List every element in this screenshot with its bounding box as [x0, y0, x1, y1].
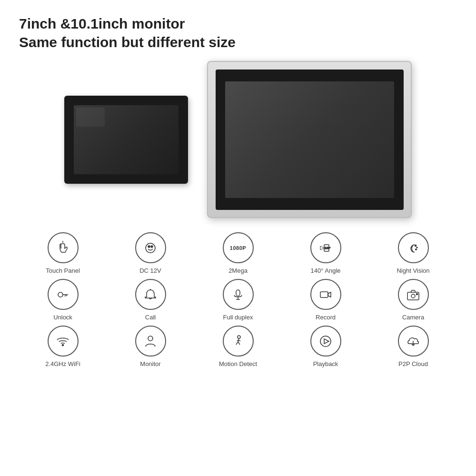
- feature-night-vision: Night Vision: [382, 232, 444, 274]
- feature-unlock: Unlock: [32, 279, 94, 321]
- svg-text:140°: 140°: [325, 247, 331, 249]
- svg-point-18: [411, 294, 415, 298]
- motion-detect-icon-circle: [223, 326, 254, 357]
- dc12v-icon-circle: [135, 232, 166, 263]
- person-icon: [142, 333, 159, 349]
- page: 7inch &10.1inch monitor Same function bu…: [0, 0, 476, 476]
- monitor-icon-circle: [135, 326, 166, 357]
- features-row-3: 2.4GHz WiFi Monitor: [19, 326, 457, 367]
- motion-icon: [230, 333, 246, 349]
- wifi-label: 2.4GHz WiFi: [45, 360, 80, 367]
- feature-dc12v: DC 12V: [119, 232, 181, 274]
- night-vision-icon-circle: [398, 232, 429, 263]
- p2p-cloud-icon-circle: [398, 326, 429, 357]
- camera-icon: [405, 287, 421, 303]
- 2mega-label: 2Mega: [228, 267, 248, 274]
- monitor-label: Monitor: [140, 360, 160, 367]
- monitor-small: [64, 96, 188, 184]
- mic-icon: [230, 287, 246, 303]
- svg-rect-16: [320, 292, 328, 298]
- camera-icon-circle: [398, 279, 429, 310]
- dc12v-label: DC 12V: [139, 267, 161, 274]
- power-icon: [142, 240, 159, 256]
- svg-point-20: [62, 344, 64, 346]
- feature-wifi: 2.4GHz WiFi: [32, 326, 94, 367]
- angle-icon: 140°: [317, 240, 334, 256]
- touch-icon: [55, 240, 71, 256]
- call-icon-circle: [135, 279, 166, 310]
- camera-label: Camera: [402, 314, 424, 321]
- p2p-cloud-label: P2P Cloud: [398, 360, 428, 367]
- svg-point-22: [238, 336, 240, 338]
- feature-record: Record: [295, 279, 357, 321]
- 2mega-icon-circle: 1080P: [223, 232, 254, 263]
- video-icon: [317, 287, 334, 303]
- night-vision-label: Night Vision: [397, 267, 429, 274]
- full-duplex-label: Full duplex: [223, 314, 253, 321]
- svg-rect-13: [236, 290, 240, 296]
- record-label: Record: [316, 314, 336, 321]
- key-icon: [55, 287, 71, 303]
- features-section: Touch Panel DC 12V 1080P 2Mega: [19, 232, 457, 367]
- cloud-icon: [405, 333, 421, 349]
- feature-2mega: 1080P 2Mega: [207, 232, 269, 274]
- feature-playback: Playback: [295, 326, 357, 367]
- monitor-small-screen: [74, 105, 178, 174]
- svg-point-7: [416, 248, 416, 249]
- feature-motion-detect: Motion Detect: [207, 326, 269, 367]
- angle-icon-circle: 140°: [310, 232, 341, 263]
- svg-point-5: [415, 245, 416, 246]
- motion-detect-label: Motion Detect: [219, 360, 257, 367]
- features-row-2: Unlock Call: [19, 279, 457, 321]
- feature-touch-panel: Touch Panel: [32, 232, 94, 274]
- wifi-icon-circle: [48, 326, 79, 357]
- title-line1: 7inch &10.1inch monitor: [19, 14, 457, 33]
- feature-angle: 140° 140° Angle: [295, 232, 357, 274]
- feature-full-duplex: Full duplex: [207, 279, 269, 321]
- 1080p-text: 1080P: [230, 245, 246, 251]
- svg-point-8: [58, 292, 63, 297]
- angle-label: 140° Angle: [310, 267, 340, 274]
- playback-label: Playback: [313, 360, 338, 367]
- feature-monitor: Monitor: [119, 326, 181, 367]
- features-row-1: Touch Panel DC 12V 1080P 2Mega: [19, 232, 457, 274]
- wifi-icon: [55, 333, 71, 349]
- bell-icon: [142, 287, 159, 303]
- monitor-large-screen: [225, 81, 394, 198]
- record-icon-circle: [310, 279, 341, 310]
- full-duplex-icon-circle: [223, 279, 254, 310]
- monitor-large-frame: [216, 69, 404, 210]
- svg-point-2: [151, 246, 153, 248]
- play-icon: [317, 333, 334, 349]
- svg-point-19: [416, 293, 418, 295]
- touch-panel-label: Touch Panel: [46, 267, 80, 274]
- svg-point-0: [146, 243, 155, 253]
- unlock-icon-circle: [48, 279, 79, 310]
- svg-point-6: [416, 247, 417, 248]
- feature-p2p-cloud: P2P Cloud: [382, 326, 444, 367]
- playback-icon-circle: [310, 326, 341, 357]
- feature-camera: Camera: [382, 279, 444, 321]
- title-section: 7inch &10.1inch monitor Same function bu…: [19, 14, 457, 51]
- call-label: Call: [145, 314, 156, 321]
- touch-panel-icon-circle: [48, 232, 79, 263]
- svg-point-1: [148, 246, 150, 248]
- moon-icon: [405, 240, 421, 256]
- monitors-section: [19, 61, 457, 218]
- svg-point-21: [148, 336, 153, 341]
- feature-call: Call: [119, 279, 181, 321]
- title-line2: Same function but different size: [19, 33, 457, 51]
- unlock-label: Unlock: [53, 314, 72, 321]
- monitor-large: [207, 61, 412, 218]
